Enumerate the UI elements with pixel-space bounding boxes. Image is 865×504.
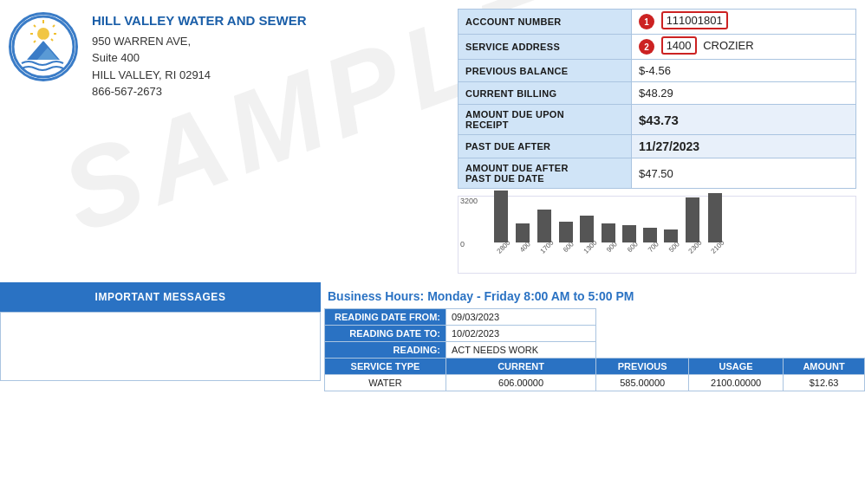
account-table: ACCOUNT NUMBER 1 111001801 SeRvICE ADDRE… — [458, 9, 856, 189]
chart-bar-col: 2800 — [493, 191, 509, 252]
chart-bar — [559, 222, 573, 242]
chart-bar-col: 2300 — [685, 197, 700, 252]
messages-body — [0, 312, 321, 381]
chart-bar-col: 1300 — [580, 216, 595, 252]
right-info: Business Hours: Monday - Friday 8:00 AM … — [321, 282, 865, 391]
after-past-due-value: $47.50 — [632, 158, 856, 189]
reading-table: READING DATE FROM: 09/03/2023 READING DA… — [324, 308, 865, 391]
company-name: HILL VALLEY WATER AND SEWER — [92, 12, 307, 29]
chart-y-bottom: 0 — [460, 240, 478, 249]
service-address-row: SeRvICE ADDRESS 2 1400 CROZIER — [459, 35, 856, 60]
account-number-value: 1 111001801 — [632, 10, 856, 35]
company-info: HILL VALLEY WATER AND SEWER 950 WARREN A… — [92, 12, 307, 100]
svg-line-7 — [51, 39, 53, 41]
chart-bar — [708, 193, 722, 242]
chart-bar-col: 900 — [602, 223, 615, 252]
chart-bar — [516, 223, 530, 242]
previous-balance-label: PREVIOUS BALANCE — [459, 60, 632, 82]
svg-line-9 — [34, 41, 36, 42]
current-header: CURRENT — [446, 359, 596, 375]
current-billing-label: CURRENT BILLING — [459, 82, 632, 105]
chart-bar-col: 1700 — [537, 210, 552, 252]
account-number-label: ACCOUNT NUMBER — [459, 10, 632, 35]
chart-bar-col: 700 — [643, 228, 657, 252]
service-address-num: 1400 — [661, 36, 697, 55]
chart-y-labels: 3200 0 — [460, 197, 478, 249]
usage-value: 2100.00000 — [689, 375, 784, 391]
reading-label: READING: — [325, 342, 446, 359]
top-section: HILL VALLEY WATER AND SEWER 950 WARREN A… — [0, 0, 865, 189]
account-number-row: ACCOUNT NUMBER 1 111001801 — [459, 10, 856, 35]
past-due-row: PAST DUE AFTER 11/27/2023 — [459, 135, 856, 158]
chart-bar-col: 400 — [516, 223, 530, 252]
service-address-label: SeRvICE ADDRESS — [459, 35, 632, 60]
amount-due-label: AMOUNT DUE UPON RECEIPT — [459, 105, 632, 135]
reading-row: READING: ACT NEEDS WORK — [325, 342, 865, 359]
previous-value: 585.00000 — [596, 375, 689, 391]
chart-bar-col: 600 — [559, 222, 573, 252]
chart-bar — [686, 197, 699, 242]
chart-bar-col: 2100 — [707, 193, 723, 252]
amount-header: AMOUNT — [784, 359, 865, 375]
service-type-value: WATER — [325, 375, 446, 391]
amount-due-row: AMOUNT DUE UPON RECEIPT $43.73 — [459, 105, 856, 135]
svg-point-1 — [37, 28, 49, 40]
logo-area: HILL VALLEY WATER AND SEWER 950 WARREN A… — [9, 9, 307, 189]
company-logo — [9, 12, 78, 81]
chart-bar-col: 600 — [622, 225, 636, 252]
chart-container: 3200 0 280040017006001300900600700500230… — [458, 196, 856, 274]
messages-header: IMPORTANT MESSAGES — [0, 282, 321, 312]
reading-date-to-label: READING DATE TO: — [325, 326, 446, 342]
reading-date-to-value: 10/02/2023 — [446, 326, 596, 342]
reading-date-from-label: READING DATE FROM: — [325, 309, 446, 326]
account-number-text: 111001801 — [661, 11, 728, 29]
previous-balance-row: PREVIOUS BALANCE $-4.56 — [459, 60, 856, 82]
reading-date-from-value: 09/03/2023 — [446, 309, 596, 326]
important-messages-panel: IMPORTANT MESSAGES — [0, 282, 321, 391]
chart-section: 3200 0 280040017006001300900600700500230… — [0, 189, 865, 277]
service-address-street: CROZIER — [703, 39, 754, 52]
current-value: 606.00000 — [446, 375, 596, 391]
reading-value: ACT NEEDS WORK — [446, 342, 596, 359]
chart-bar — [537, 210, 551, 242]
account-table-wrapper: ACCOUNT NUMBER 1 111001801 SeRvICE ADDRE… — [307, 9, 856, 189]
current-billing-value: $48.29 — [632, 82, 856, 105]
svg-line-6 — [34, 25, 36, 27]
bottom-section: IMPORTANT MESSAGES Business Hours: Monda… — [0, 282, 865, 391]
service-data-row: WATER 606.00000 585.00000 2100.00000 $12… — [325, 375, 865, 391]
service-address-value: 2 1400 CROZIER — [632, 35, 856, 60]
account-number-badge: 1 — [639, 14, 654, 29]
service-address-badge: 2 — [639, 39, 654, 55]
chart-bars-container: 28004001700600130090060070050023002100 — [485, 200, 847, 252]
business-hours: Business Hours: Monday - Friday 8:00 AM … — [324, 282, 865, 308]
previous-balance-value: $-4.56 — [632, 60, 856, 82]
service-header-row: SERVICE TYPE CURRENT PREVIOUS USAGE AMOU… — [325, 359, 865, 375]
usage-header: USAGE — [689, 359, 784, 375]
page: SAMPLE — [0, 0, 865, 504]
chart-bar-col: 500 — [664, 229, 678, 252]
chart-bar — [494, 191, 508, 242]
reading-date-to-row: READING DATE TO: 10/02/2023 — [325, 326, 865, 342]
amount-value: $12.63 — [784, 375, 865, 391]
chart-bar — [602, 223, 615, 242]
past-due-label: PAST DUE AFTER — [459, 135, 632, 158]
after-past-due-label: AMOUNT DUE AFTER PAST DUE DATE — [459, 158, 632, 189]
company-address: 950 WARREN AVE, Suite 400 HILL VALLEY, R… — [92, 33, 307, 100]
service-type-header: SERVICE TYPE — [325, 359, 446, 375]
after-past-due-row: AMOUNT DUE AFTER PAST DUE DATE $47.50 — [459, 158, 856, 189]
chart-y-top: 3200 — [460, 197, 478, 205]
previous-header: PREVIOUS — [596, 359, 689, 375]
svg-line-8 — [53, 25, 55, 27]
past-due-value: 11/27/2023 — [632, 135, 856, 158]
current-billing-row: CURRENT BILLING $48.29 — [459, 82, 856, 105]
amount-due-value: $43.73 — [632, 105, 856, 135]
reading-date-from-row: READING DATE FROM: 09/03/2023 — [325, 309, 865, 326]
